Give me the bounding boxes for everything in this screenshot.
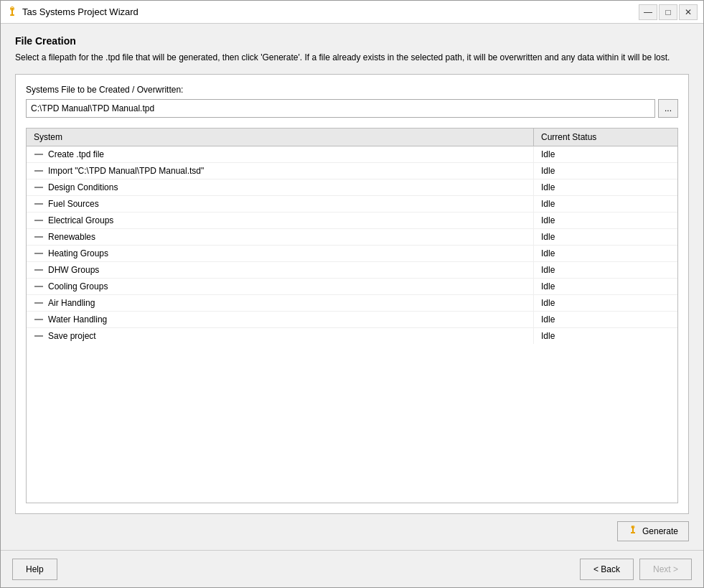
col-header-system: System bbox=[27, 129, 534, 146]
table-row: Design Conditions Idle bbox=[27, 179, 677, 196]
file-section: Systems File to be Created / Overwritten… bbox=[26, 85, 678, 118]
generate-label: Generate bbox=[642, 526, 678, 536]
bottom-bar: Help < Back Next > bbox=[1, 550, 703, 587]
system-name: Water Handling bbox=[48, 314, 107, 325]
table-row: Import "C:\TPD Manual\TPD Manual.tsd" Id… bbox=[27, 163, 677, 179]
maximize-button[interactable]: □ bbox=[659, 4, 677, 20]
td-system: Heating Groups bbox=[27, 246, 534, 261]
svg-rect-6 bbox=[631, 532, 635, 533]
row-icon bbox=[34, 266, 44, 274]
main-window: Tas Systems Project Wizard — □ ✕ File Cr… bbox=[0, 0, 704, 588]
row-icon bbox=[34, 184, 44, 191]
system-name: Electrical Groups bbox=[48, 215, 113, 225]
td-system: DHW Groups bbox=[27, 262, 534, 278]
file-input-row: ... bbox=[26, 99, 678, 118]
table-row: Air Handling Idle bbox=[27, 295, 677, 312]
row-icon bbox=[34, 151, 44, 158]
table-row: Water Handling Idle bbox=[27, 312, 677, 328]
table-row: Save project Idle bbox=[27, 328, 677, 344]
browse-button[interactable]: ... bbox=[658, 99, 678, 118]
system-name: DHW Groups bbox=[48, 265, 99, 275]
row-icon bbox=[34, 299, 44, 307]
td-status: Idle bbox=[534, 196, 677, 212]
filepath-input[interactable] bbox=[26, 99, 655, 118]
svg-rect-0 bbox=[11, 8, 14, 9]
system-name: Renewables bbox=[48, 232, 95, 242]
td-status: Idle bbox=[534, 279, 677, 294]
window-controls: — □ ✕ bbox=[639, 4, 698, 20]
td-status: Idle bbox=[534, 312, 677, 327]
table-body: Create .tpd file Idle Import "C:\TPD Man… bbox=[27, 146, 677, 344]
table-row: Fuel Sources Idle bbox=[27, 196, 677, 213]
td-status: Idle bbox=[534, 295, 677, 311]
td-system: Air Handling bbox=[27, 295, 534, 311]
td-status: Idle bbox=[534, 262, 677, 278]
help-button[interactable]: Help bbox=[12, 559, 57, 580]
back-button[interactable]: < Back bbox=[580, 559, 634, 580]
row-icon bbox=[34, 233, 44, 241]
td-system: Renewables bbox=[27, 229, 534, 245]
td-system: Save project bbox=[27, 328, 534, 344]
row-icon bbox=[34, 283, 44, 290]
window-title: Tas Systems Project Wizard bbox=[22, 6, 639, 17]
svg-rect-2 bbox=[10, 14, 14, 16]
system-name: Import "C:\TPD Manual\TPD Manual.tsd" bbox=[48, 166, 204, 176]
table-header: System Current Status bbox=[27, 129, 677, 146]
td-system: Cooling Groups bbox=[27, 279, 534, 294]
table-row: Create .tpd file Idle bbox=[27, 146, 677, 163]
table-row: DHW Groups Idle bbox=[27, 262, 677, 279]
nav-right: < Back Next > bbox=[580, 559, 692, 580]
table-row: Renewables Idle bbox=[27, 229, 677, 246]
row-icon bbox=[34, 217, 44, 224]
page-title: File Creation bbox=[15, 35, 689, 47]
td-status: Idle bbox=[534, 229, 677, 245]
generate-button[interactable]: Generate bbox=[617, 521, 689, 541]
row-icon bbox=[34, 316, 44, 323]
td-status: Idle bbox=[534, 213, 677, 228]
td-status: Idle bbox=[534, 328, 677, 344]
content-area: File Creation Select a filepath for the … bbox=[1, 24, 703, 550]
col-header-status: Current Status bbox=[534, 129, 677, 146]
td-system: Design Conditions bbox=[27, 179, 534, 195]
td-status: Idle bbox=[534, 163, 677, 179]
main-panel: Systems File to be Created / Overwritten… bbox=[15, 74, 689, 514]
table-row: Cooling Groups Idle bbox=[27, 279, 677, 295]
system-name: Fuel Sources bbox=[48, 199, 99, 209]
generate-row: Generate bbox=[15, 514, 689, 544]
system-name: Cooling Groups bbox=[48, 281, 108, 291]
file-label: Systems File to be Created / Overwritten… bbox=[26, 85, 678, 95]
td-system: Water Handling bbox=[27, 312, 534, 327]
system-name: Air Handling bbox=[48, 298, 95, 308]
td-status: Idle bbox=[534, 246, 677, 261]
td-status: Idle bbox=[534, 146, 677, 162]
td-status: Idle bbox=[534, 179, 677, 195]
td-system: Electrical Groups bbox=[27, 213, 534, 228]
system-name: Save project bbox=[48, 331, 96, 341]
app-icon bbox=[6, 6, 18, 18]
next-button[interactable]: Next > bbox=[639, 559, 692, 580]
close-button[interactable]: ✕ bbox=[679, 4, 698, 20]
row-icon bbox=[34, 250, 44, 257]
system-name: Heating Groups bbox=[48, 248, 108, 258]
page-description: Select a filepath for the .tpd file that… bbox=[15, 51, 689, 64]
td-system: Create .tpd file bbox=[27, 146, 534, 162]
system-table: System Current Status Create .tpd file I… bbox=[26, 128, 678, 503]
minimize-button[interactable]: — bbox=[639, 4, 657, 20]
table-row: Heating Groups Idle bbox=[27, 246, 677, 262]
row-icon bbox=[34, 332, 44, 340]
table-row: Electrical Groups Idle bbox=[27, 213, 677, 229]
generate-icon bbox=[628, 526, 638, 538]
system-name: Design Conditions bbox=[48, 182, 118, 192]
td-system: Import "C:\TPD Manual\TPD Manual.tsd" bbox=[27, 163, 534, 179]
title-bar: Tas Systems Project Wizard — □ ✕ bbox=[1, 1, 703, 24]
system-name: Create .tpd file bbox=[48, 149, 104, 159]
td-system: Fuel Sources bbox=[27, 196, 534, 212]
row-icon bbox=[34, 200, 44, 207]
row-icon bbox=[34, 167, 44, 174]
